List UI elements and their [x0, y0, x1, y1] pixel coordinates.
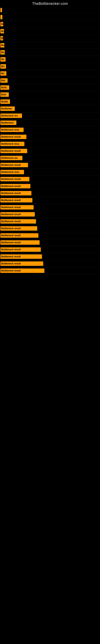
bar-row: Bottle [0, 98, 100, 105]
bar-row: Bottl [0, 84, 100, 91]
bar-label: Bott [0, 92, 9, 97]
bar-label: Bottleneck result [0, 149, 27, 153]
bar-row: Bottleneck result [0, 211, 100, 218]
bar-row: Bottleneck result [0, 197, 100, 204]
bar-label: Bo [0, 71, 6, 76]
bar-row: Bott [0, 91, 100, 98]
bar-label: Bottleneck result [0, 205, 34, 210]
bar-row: Bottleneck result [0, 183, 100, 190]
bar-label: Bottleneck result [0, 198, 32, 202]
bar-label: Bo [0, 29, 4, 34]
bar-row: Bottleneck res [0, 154, 100, 162]
bar-row: Bo [0, 49, 100, 56]
bar-label: Bottleneck result [0, 177, 29, 181]
bar-label: Bottleneck result [0, 233, 38, 238]
bar-label [0, 15, 2, 19]
bar-row: B [0, 35, 100, 42]
bar-row: B [0, 21, 100, 28]
bar-row: Bottleneck resu [0, 126, 100, 134]
bar-row: Bo [0, 28, 100, 35]
bar-row: Bottleneck result [0, 176, 100, 183]
bar-row: Bottleneck result [0, 148, 100, 154]
bar-label: Bottleneck result [0, 268, 44, 273]
bar-label: Bo [0, 64, 6, 69]
bar-row: Bottleneck resu [0, 169, 100, 176]
bar-row: Bottleneck result [0, 260, 100, 267]
bar-row: Bottleneck result [0, 253, 100, 260]
bar-label: Bottle [0, 100, 10, 104]
bar-label: B [0, 36, 3, 40]
bar-label: Bottleneck [0, 120, 16, 125]
bar-label: Bottleneck result [0, 135, 26, 139]
bar-label: Bo [0, 57, 6, 62]
bar-label: Bo [0, 50, 5, 54]
bar-row: Bottleneck result [0, 267, 100, 274]
bar-row: Bottlenec [0, 105, 100, 112]
bar-row: Bot [0, 77, 100, 84]
bar-row: Bottleneck result [0, 232, 100, 239]
bar-label: Bottleneck result [0, 240, 40, 245]
bar-label: Bottleneck result [0, 254, 42, 259]
bar-label: Bottl [0, 85, 9, 90]
bar-label: Bottleneck result [0, 184, 30, 188]
bar-label: Bottleneck res [0, 114, 22, 118]
bar-row: Bottleneck resu [0, 140, 100, 148]
bar-label: B [0, 22, 3, 26]
bar-row [0, 14, 100, 21]
bar-label: Bottleneck result [0, 212, 35, 216]
bar-label: Bottlenec [0, 106, 15, 111]
bar-row: Bo [0, 56, 100, 63]
bar-row: Bottleneck res [0, 112, 100, 119]
bar-label: Bottleneck result [0, 163, 28, 167]
bar-label: Bottleneck result [0, 262, 43, 266]
bar-label: Bottleneck res [0, 156, 22, 160]
bar-row: Bottleneck result [0, 225, 100, 232]
bar-row: Bo [0, 63, 100, 70]
bar-label: Bottleneck result [0, 219, 36, 224]
bar-row: Bottleneck result [0, 204, 100, 211]
bar-chart: BBoBBoBoBoBoBoBotBottlBottBottleBottlene… [0, 7, 100, 274]
bar-row: Bottleneck [0, 119, 100, 126]
bar-label: Bottleneck resu [0, 170, 24, 174]
bar-row [0, 7, 100, 14]
bar-label: Bo [0, 43, 4, 48]
bar-row: Bottleneck result [0, 218, 100, 225]
bar-row: Bottleneck result [0, 246, 100, 253]
bar-label: Bottleneck result [0, 247, 41, 252]
bar-row: Bottleneck result [0, 239, 100, 246]
bar-row: Bottleneck result [0, 162, 100, 169]
bar-row: Bottleneck result [0, 134, 100, 140]
bar-label: Bottleneck resu [0, 142, 24, 146]
bar-row: Bottleneck result [0, 190, 100, 197]
bar-label: Bottleneck result [0, 191, 31, 196]
bar-label: Bottleneck result [0, 226, 37, 231]
site-title: TheBottlenecker.com [0, 0, 100, 7]
bar-label [0, 8, 2, 12]
bar-label: Bottleneck resu [0, 128, 24, 132]
bar-row: Bo [0, 70, 100, 77]
bar-label: Bot [0, 78, 8, 83]
bar-row: Bo [0, 42, 100, 49]
